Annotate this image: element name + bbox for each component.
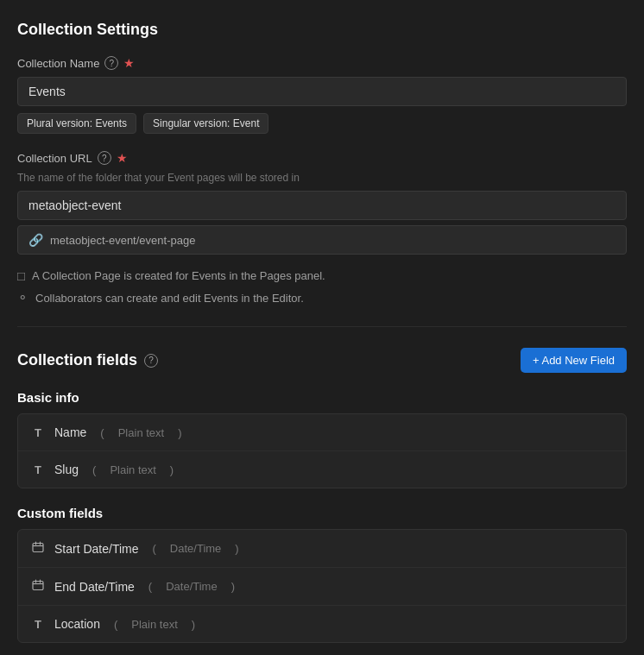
fields-header-left: Collection fields ?: [17, 351, 158, 369]
page-title: Collection Settings: [17, 21, 627, 39]
info-note-0: □ A Collection Page is created for Event…: [17, 268, 627, 283]
add-new-field-button[interactable]: + Add New Field: [521, 348, 627, 373]
text-icon: T: [32, 618, 44, 631]
table-row: End Date/Time (Date/Time): [18, 568, 626, 606]
table-row: T Slug (Plain text): [18, 451, 626, 488]
collection-name-label: Collection Name ? ★: [17, 56, 627, 70]
collection-url-label: Collection URL ? ★: [17, 151, 627, 165]
collection-url-required: ★: [117, 151, 128, 165]
collection-fields-help-icon[interactable]: ?: [144, 354, 158, 368]
basic-info-title: Basic info: [17, 390, 627, 405]
calendar-icon: [32, 579, 44, 594]
page-icon-0: □: [17, 268, 25, 283]
section-divider: [17, 326, 627, 327]
calendar-icon: [32, 541, 44, 556]
collection-name-help-icon[interactable]: ?: [104, 56, 118, 70]
custom-fields-group: Custom fields Start Date/Time (Date/Time…: [17, 506, 627, 643]
singular-version-pill: Singular version: Event: [143, 113, 268, 134]
collection-url-help-icon[interactable]: ?: [98, 151, 111, 165]
svg-rect-0: [33, 544, 43, 552]
svg-rect-4: [33, 582, 43, 590]
custom-fields-card: Start Date/Time (Date/Time) End Date/Tim…: [17, 529, 627, 643]
info-notes: □ A Collection Page is created for Event…: [17, 268, 627, 305]
basic-info-card: T Name (Plain text) T Slug (Plain text): [17, 413, 627, 488]
collection-name-section: Collection Name ? ★ Plural version: Even…: [17, 56, 627, 134]
basic-info-group: Basic info T Name (Plain text) T Slug (P…: [17, 390, 627, 488]
text-icon: T: [32, 426, 44, 439]
info-note-1: ⚬ Collaborators can create and edit Even…: [17, 290, 627, 305]
collection-url-input[interactable]: [17, 191, 627, 220]
plural-version-pill: Plural version: Events: [17, 113, 136, 134]
link-icon: 🔗: [28, 233, 43, 247]
collection-fields-title: Collection fields: [17, 351, 137, 369]
page-container: Collection Settings Collection Name ? ★ …: [0, 0, 644, 655]
table-row: T Name (Plain text): [18, 414, 626, 451]
table-row: Start Date/Time (Date/Time): [18, 530, 626, 568]
collection-url-description: The name of the folder that your Event p…: [17, 172, 627, 184]
text-icon: T: [32, 463, 44, 476]
collection-name-required: ★: [123, 56, 135, 70]
collection-name-input[interactable]: [17, 77, 627, 106]
collection-fields-header: Collection fields ? + Add New Field: [17, 348, 627, 373]
collection-url-section: Collection URL ? ★ The name of the folde…: [17, 151, 627, 255]
table-row: T Location (Plain text): [18, 606, 626, 642]
person-icon-1: ⚬: [17, 290, 28, 305]
url-preview: 🔗 metaobject-event/event-page: [17, 225, 627, 255]
version-pills: Plural version: Events Singular version:…: [17, 113, 627, 134]
custom-fields-title: Custom fields: [17, 506, 627, 520]
